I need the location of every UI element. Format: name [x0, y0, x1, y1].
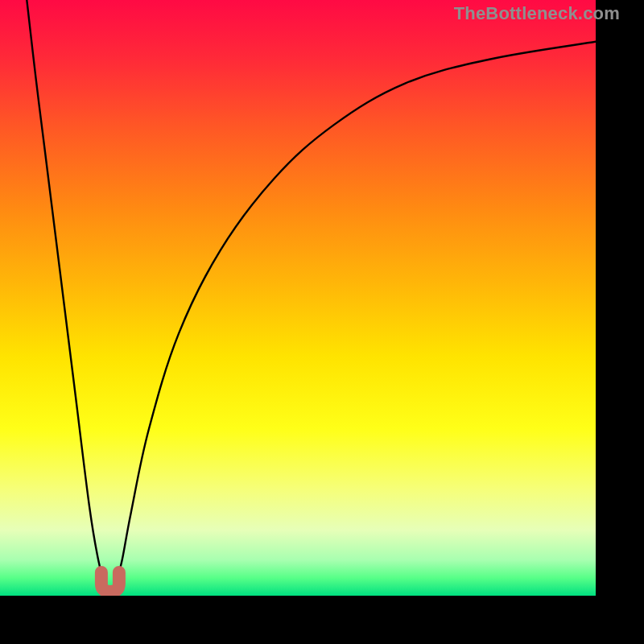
chart-plot: [0, 0, 596, 596]
chart-frame: TheBottleneck.com: [0, 0, 644, 644]
watermark-label: TheBottleneck.com: [454, 3, 620, 24]
